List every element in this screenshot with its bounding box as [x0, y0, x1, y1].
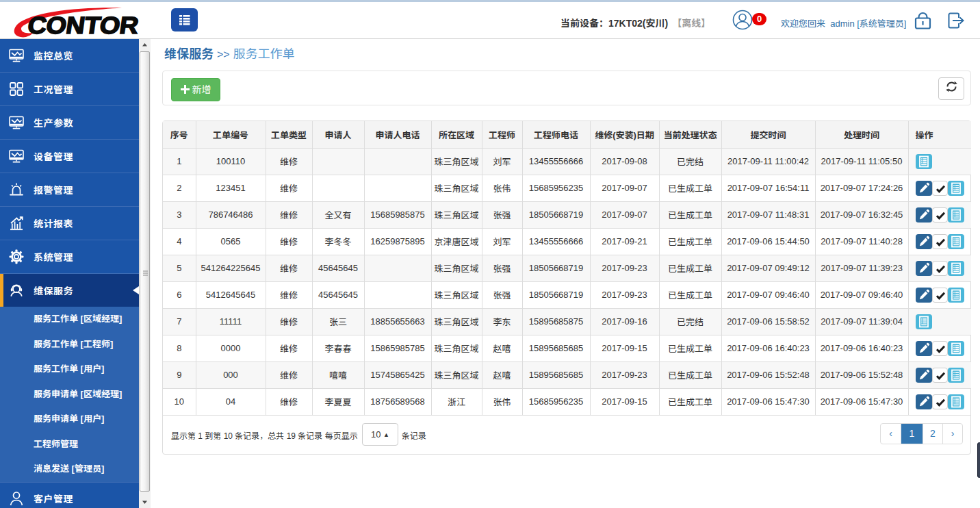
svg-text:CONTOR: CONTOR: [26, 12, 140, 38]
